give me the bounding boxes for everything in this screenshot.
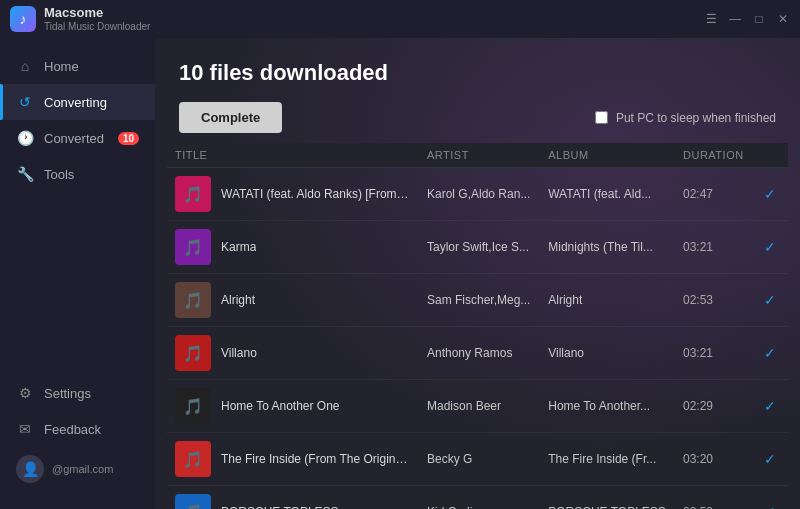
track-title-cell: 🎵 Karma	[167, 221, 419, 274]
sidebar-item-label: Feedback	[44, 422, 101, 437]
track-artist: Anthony Ramos	[419, 327, 540, 380]
track-status: ✓	[752, 433, 788, 486]
tools-icon: 🔧	[16, 165, 34, 183]
track-duration: 02:53	[675, 274, 752, 327]
sidebar-item-settings[interactable]: ⚙ Settings	[0, 375, 155, 411]
track-album: Villano	[540, 327, 675, 380]
table-row: 🎵 Karma Taylor Swift,Ice S... Midnights …	[167, 221, 788, 274]
complete-button[interactable]: Complete	[179, 102, 282, 133]
app-name-block: Macsome Tidal Music Downloader	[44, 5, 150, 33]
track-album: WATATI (feat. Ald...	[540, 168, 675, 221]
app-branding: ♪ Macsome Tidal Music Downloader	[10, 5, 150, 33]
title-bar: ♪ Macsome Tidal Music Downloader ☰ — □ ✕	[0, 0, 800, 38]
track-status: ✓	[752, 380, 788, 433]
track-album: Alright	[540, 274, 675, 327]
col-header-artist: ARTIST	[419, 143, 540, 168]
track-title: WATATI (feat. Aldo Ranks) [From Barbie .…	[221, 187, 411, 201]
track-artist: Becky G	[419, 433, 540, 486]
track-artist: Taylor Swift,Ice S...	[419, 221, 540, 274]
window-controls: ☰ — □ ✕	[704, 12, 790, 26]
track-title: The Fire Inside (From The Original Motio…	[221, 452, 411, 466]
converted-badge: 10	[118, 132, 139, 145]
app-subtitle: Tidal Music Downloader	[44, 21, 150, 33]
track-title: Villano	[221, 346, 257, 360]
user-avatar-section[interactable]: 👤 @gmail.com	[0, 447, 155, 491]
track-thumbnail: 🎵	[175, 388, 211, 424]
track-title-cell: 🎵 PORSCHE TOPLESS	[167, 486, 419, 510]
track-title-cell: 🎵 WATATI (feat. Aldo Ranks) [From Barbie…	[167, 168, 419, 221]
sidebar: ⌂ Home ↺ Converting 🕐 Converted 10 🔧 Too…	[0, 38, 155, 509]
track-album: Midnights (The Til...	[540, 221, 675, 274]
settings-icon: ⚙	[16, 384, 34, 402]
track-thumbnail: 🎵	[175, 441, 211, 477]
sidebar-bottom: ⚙ Settings ✉ Feedback 👤 @gmail.com	[0, 375, 155, 499]
app-name: Macsome	[44, 5, 150, 21]
table-row: 🎵 Home To Another One Madison Beer Home …	[167, 380, 788, 433]
track-status: ✓	[752, 327, 788, 380]
content-area: 10 files downloaded Complete Put PC to s…	[155, 38, 800, 509]
close-button[interactable]: ✕	[776, 12, 790, 26]
track-artist: Kid Cudi	[419, 486, 540, 510]
track-title: Karma	[221, 240, 256, 254]
maximize-button[interactable]: □	[752, 12, 766, 26]
track-thumbnail: 🎵	[175, 229, 211, 265]
table-row: 🎵 WATATI (feat. Aldo Ranks) [From Barbie…	[167, 168, 788, 221]
sidebar-item-home[interactable]: ⌂ Home	[0, 48, 155, 84]
table-row: 🎵 PORSCHE TOPLESS Kid Cudi PORSCHE TOPLE…	[167, 486, 788, 510]
sleep-checkbox[interactable]	[595, 111, 608, 124]
app-logo: ♪	[10, 6, 36, 32]
header-actions: Complete Put PC to sleep when finished	[179, 102, 776, 133]
col-header-duration: DURATION	[675, 143, 752, 168]
track-duration: 02:50	[675, 486, 752, 510]
table-row: 🎵 Alright Sam Fischer,Meg... Alright 02:…	[167, 274, 788, 327]
track-artist: Sam Fischer,Meg...	[419, 274, 540, 327]
sidebar-item-label: Converting	[44, 95, 107, 110]
feedback-icon: ✉	[16, 420, 34, 438]
avatar: 👤	[16, 455, 44, 483]
table-header-row: TITLE ARTIST ALBUM DURATION	[167, 143, 788, 168]
track-thumbnail: 🎵	[175, 176, 211, 212]
home-icon: ⌂	[16, 57, 34, 75]
main-layout: ⌂ Home ↺ Converting 🕐 Converted 10 🔧 Too…	[0, 38, 800, 509]
sidebar-item-feedback[interactable]: ✉ Feedback	[0, 411, 155, 447]
track-title: Alright	[221, 293, 255, 307]
sidebar-item-label: Converted	[44, 131, 104, 146]
track-status: ✓	[752, 168, 788, 221]
track-title-cell: 🎵 Alright	[167, 274, 419, 327]
tracks-table: TITLE ARTIST ALBUM DURATION 🎵 WATATI (fe…	[167, 143, 788, 509]
track-artist: Karol G,Aldo Ran...	[419, 168, 540, 221]
col-header-album: ALBUM	[540, 143, 675, 168]
sidebar-item-converted[interactable]: 🕐 Converted 10	[0, 120, 155, 156]
track-album: Home To Another...	[540, 380, 675, 433]
col-header-status	[752, 143, 788, 168]
track-duration: 02:47	[675, 168, 752, 221]
table-row: 🎵 Villano Anthony Ramos Villano 03:21 ✓	[167, 327, 788, 380]
track-album: The Fire Inside (Fr...	[540, 433, 675, 486]
tracks-table-container[interactable]: TITLE ARTIST ALBUM DURATION 🎵 WATATI (fe…	[155, 143, 800, 509]
track-status: ✓	[752, 274, 788, 327]
track-duration: 02:29	[675, 380, 752, 433]
sleep-label: Put PC to sleep when finished	[616, 111, 776, 125]
col-header-title: TITLE	[167, 143, 419, 168]
converted-icon: 🕐	[16, 129, 34, 147]
track-title-cell: 🎵 Villano	[167, 327, 419, 380]
minimize-button[interactable]: —	[728, 12, 742, 26]
user-email: @gmail.com	[52, 463, 113, 475]
menu-icon[interactable]: ☰	[704, 12, 718, 26]
track-title-cell: 🎵 The Fire Inside (From The Original Mot…	[167, 433, 419, 486]
track-duration: 03:21	[675, 221, 752, 274]
sidebar-item-label: Home	[44, 59, 79, 74]
track-title: PORSCHE TOPLESS	[221, 505, 339, 509]
table-row: 🎵 The Fire Inside (From The Original Mot…	[167, 433, 788, 486]
track-title: Home To Another One	[221, 399, 340, 413]
track-artist: Madison Beer	[419, 380, 540, 433]
track-title-cell: 🎵 Home To Another One	[167, 380, 419, 433]
sleep-option: Put PC to sleep when finished	[595, 111, 776, 125]
page-title: 10 files downloaded	[179, 60, 776, 86]
sidebar-item-tools[interactable]: 🔧 Tools	[0, 156, 155, 192]
sidebar-item-converting[interactable]: ↺ Converting	[0, 84, 155, 120]
content-header: 10 files downloaded Complete Put PC to s…	[155, 38, 800, 143]
sidebar-item-label: Tools	[44, 167, 74, 182]
track-thumbnail: 🎵	[175, 494, 211, 509]
track-status: ✓	[752, 486, 788, 510]
